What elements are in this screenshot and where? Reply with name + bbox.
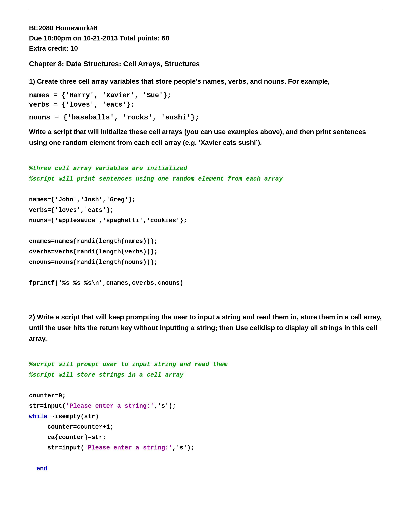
header-block: BE2080 Homework#8 Due 10:00pm on 10-21-2… xyxy=(29,23,382,53)
q1-cnames: cnames=names{randi(length(names))}; xyxy=(29,238,158,245)
q1-fprintf: fprintf('%s %s %s\n',cnames,cverbs,cnoun… xyxy=(29,280,183,286)
example-line1: names = {'Harry', 'Xavier', 'Sue'}; xyxy=(29,92,382,99)
q2-str-input: str=input('Please enter a string:','s'); xyxy=(29,403,176,409)
q1-cnouns: cnouns=nouns{randi(length(nouns))}; xyxy=(29,259,158,266)
chapter-heading: Chapter 8: Data Structures: Cell Arrays,… xyxy=(29,60,382,68)
question1-block: 1) Create three cell array variables tha… xyxy=(29,76,382,299)
q2-ca-assign: ca{counter}=str; xyxy=(29,434,106,441)
nouns-line: nouns = {'baseballs', 'rocks', 'sushi'}; xyxy=(29,114,382,122)
q2-counter-inc: counter=counter+1; xyxy=(29,424,114,430)
question2-block: 2) Write a script that will keep prompti… xyxy=(29,312,382,484)
q1-nouns-def: nouns={'applesauce','spaghetti','cookies… xyxy=(29,217,187,224)
top-divider xyxy=(29,10,382,10)
question1-text: 1) Create three cell array variables tha… xyxy=(29,76,382,87)
q1-comment2: %script will print sentences using one r… xyxy=(29,175,282,182)
q1-cverbs: cverbs=verbs{randi(length(verbs))}; xyxy=(29,248,158,255)
q1-names-def: names={'John','Josh','Greg'}; xyxy=(29,196,136,203)
q1-comment1: %three cell array variables are initiali… xyxy=(29,165,187,172)
header-line3: Extra credit: 10 xyxy=(29,43,382,53)
header-line2: Due 10:00pm on 10-21-2013 Total points: … xyxy=(29,33,382,43)
q2-comment1: %script will prompt user to input string… xyxy=(29,361,227,368)
q2-while: while ~isempty(str) xyxy=(29,413,99,420)
q2-end: end xyxy=(29,465,47,472)
q1-verbs-def: verbs={'loves','eats'}; xyxy=(29,207,114,214)
q2-counter: counter=0; xyxy=(29,392,66,399)
q2-comment2: %script will store strings in a cell arr… xyxy=(29,371,183,378)
example-line2: verbs = {'loves', 'eats'}; xyxy=(29,101,382,109)
header-line1: BE2080 Homework#8 xyxy=(29,23,382,33)
question1-code: %three cell array variables are initiali… xyxy=(29,153,382,299)
question1-instructions: Write a script that will initialize thes… xyxy=(29,126,382,148)
q2-str-input2: str=input('Please enter a string:','s'); xyxy=(29,444,194,451)
question2-code: %script will prompt user to input string… xyxy=(29,349,382,484)
question2-text: 2) Write a script that will keep prompti… xyxy=(29,312,382,344)
